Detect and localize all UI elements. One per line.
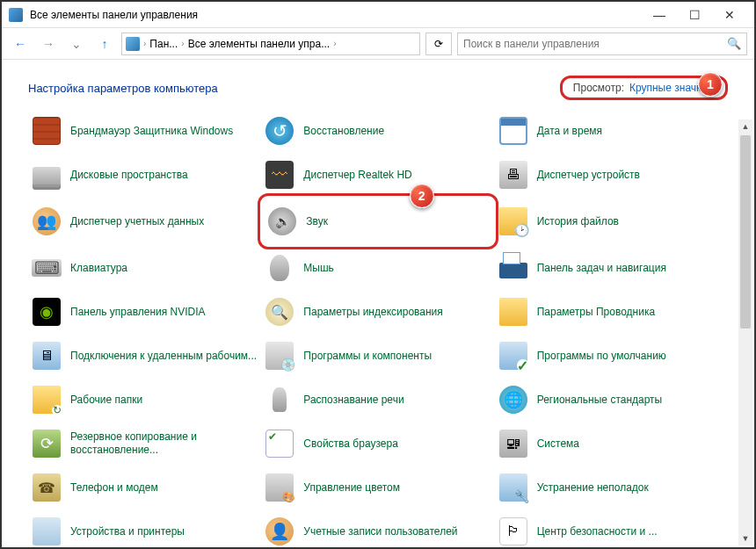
control-panel-item[interactable]: Диспетчер устройств bbox=[495, 153, 728, 197]
control-panel-item[interactable]: Распознавание речи bbox=[261, 378, 494, 422]
ic-firewall-icon bbox=[32, 116, 62, 146]
item-label: Телефон и модем bbox=[70, 481, 158, 495]
scroll-down-button[interactable]: ▼ bbox=[738, 531, 752, 545]
control-panel-item[interactable]: Система bbox=[495, 422, 728, 466]
ic-region-icon bbox=[498, 385, 528, 415]
control-panel-item[interactable]: Параметры Проводника bbox=[495, 290, 728, 334]
item-label: Система bbox=[537, 437, 579, 451]
control-panel-item[interactable]: Параметры индексирования bbox=[261, 290, 494, 334]
breadcrumb-seg2[interactable]: Все элементы панели упра... bbox=[188, 38, 331, 50]
breadcrumb-seg1[interactable]: Пан... bbox=[149, 38, 178, 50]
item-label: Диспетчер устройств bbox=[537, 169, 640, 182]
control-panel-item[interactable]: Телефон и модем bbox=[28, 466, 261, 509]
control-panel-item[interactable]: Брандмауэр Защитника Windows bbox=[28, 109, 261, 153]
control-panel-item[interactable]: Устранение неполадок bbox=[495, 466, 728, 509]
item-label: Брандмауэр Защитника Windows bbox=[70, 125, 233, 138]
scrollbar[interactable]: ▲ ▼ bbox=[738, 119, 752, 545]
recent-button[interactable]: ⌄ bbox=[65, 33, 88, 55]
control-panel-item[interactable]: Резервное копирование и восстановление..… bbox=[28, 422, 261, 466]
ic-explorer-icon bbox=[498, 297, 528, 327]
scroll-up-button[interactable]: ▲ bbox=[738, 119, 752, 134]
refresh-button[interactable]: ⟳ bbox=[425, 33, 452, 55]
control-panel-item[interactable]: Восстановление bbox=[261, 109, 494, 153]
ic-browser-icon bbox=[265, 429, 294, 459]
item-label: Устройства и принтеры bbox=[70, 525, 185, 538]
item-label: Дата и время bbox=[537, 125, 602, 138]
item-label: Параметры индексирования bbox=[303, 306, 442, 319]
items-grid: Брандмауэр Защитника WindowsВосстановлен… bbox=[2, 109, 754, 547]
control-panel-item[interactable]: Подключения к удаленным рабочим... bbox=[28, 334, 261, 378]
up-button[interactable]: ↑ bbox=[93, 33, 116, 55]
control-panel-item[interactable]: Мышь bbox=[261, 246, 494, 290]
sound-item-highlight: Звук2 bbox=[258, 193, 498, 249]
item-label: Учетные записи пользователей bbox=[303, 525, 457, 538]
ic-accounts-icon bbox=[265, 516, 294, 546]
item-label: Панель задач и навигация bbox=[537, 262, 666, 275]
control-panel-item[interactable]: Диспетчер Realtek HD bbox=[261, 153, 494, 197]
control-panel-item[interactable]: Панель задач и навигация bbox=[495, 246, 728, 290]
ic-speech-icon bbox=[265, 385, 294, 415]
item-label: Параметры Проводника bbox=[537, 306, 655, 319]
ic-generic-icon bbox=[32, 516, 62, 546]
control-panel-item[interactable]: Свойства браузера bbox=[261, 422, 494, 466]
item-label: Распознавание речи bbox=[303, 394, 403, 407]
forward-button[interactable]: → bbox=[37, 33, 60, 55]
control-panel-item[interactable]: Дисковые пространства bbox=[28, 153, 261, 197]
view-label: Просмотр: bbox=[573, 82, 624, 94]
item-label: Звук bbox=[306, 215, 328, 228]
control-panel-item[interactable]: Управление цветом bbox=[261, 466, 494, 509]
item-label: Устранение неполадок bbox=[537, 481, 649, 495]
control-panel-item[interactable]: Программы и компоненты bbox=[261, 334, 494, 378]
control-panel-item[interactable]: Устройства и принтеры bbox=[28, 509, 261, 547]
chevron-icon: › bbox=[181, 39, 184, 48]
app-icon bbox=[9, 8, 23, 22]
ic-disk-icon bbox=[32, 160, 62, 190]
control-panel-item[interactable]: История файлов bbox=[495, 197, 728, 246]
minimize-button[interactable]: — bbox=[642, 3, 677, 27]
maximize-button[interactable]: ☐ bbox=[677, 3, 712, 27]
control-panel-item[interactable]: Рабочие папки bbox=[28, 378, 261, 422]
chevron-icon: › bbox=[333, 39, 336, 48]
item-label: Свойства браузера bbox=[303, 437, 398, 451]
control-panel-item[interactable]: Программы по умолчанию bbox=[495, 334, 728, 378]
ic-users-icon bbox=[32, 206, 62, 236]
control-panel-item[interactable]: Центр безопасности и ... bbox=[495, 509, 728, 547]
ic-phone-icon bbox=[32, 473, 62, 502]
item-label: Программы и компоненты bbox=[303, 350, 432, 363]
control-panel-item[interactable]: Дата и время bbox=[495, 109, 728, 153]
ic-remote-icon bbox=[32, 341, 62, 371]
content-area: Настройка параметров компьютера Просмотр… bbox=[2, 60, 754, 547]
control-panel-item[interactable]: Учетные записи пользователей bbox=[261, 509, 494, 547]
control-panel-item[interactable]: Диспетчер учетных данных bbox=[28, 197, 261, 246]
chevron-icon: › bbox=[143, 39, 146, 48]
ic-history-icon bbox=[498, 206, 528, 236]
ic-mouse-icon bbox=[265, 253, 294, 283]
breadcrumb[interactable]: › Пан... › Все элементы панели упра... › bbox=[121, 33, 420, 55]
item-label: История файлов bbox=[537, 215, 619, 228]
item-label: Панель управления NVIDIA bbox=[70, 306, 206, 319]
close-button[interactable]: ✕ bbox=[712, 3, 747, 27]
cp-icon bbox=[126, 37, 140, 51]
ic-trouble-icon bbox=[498, 473, 528, 502]
callout-1: 1 bbox=[698, 72, 723, 97]
item-label: Мышь bbox=[303, 262, 334, 275]
ic-security-icon bbox=[498, 516, 528, 546]
ic-defaults-icon bbox=[498, 341, 528, 371]
control-panel-item[interactable]: Клавиатура bbox=[28, 246, 261, 290]
search-input[interactable] bbox=[463, 38, 727, 50]
control-panel-item[interactable]: Звук bbox=[264, 199, 491, 243]
back-button[interactable]: ← bbox=[9, 33, 32, 55]
scroll-thumb[interactable] bbox=[740, 135, 751, 329]
item-label: Восстановление bbox=[303, 125, 384, 138]
item-label: Центр безопасности и ... bbox=[537, 525, 658, 538]
ic-sound-icon bbox=[267, 206, 297, 236]
search-box[interactable]: 🔍 bbox=[457, 33, 747, 55]
ic-realtek-icon bbox=[265, 160, 294, 190]
search-icon[interactable]: 🔍 bbox=[727, 37, 741, 50]
control-panel-item[interactable]: Региональные стандарты bbox=[495, 378, 728, 422]
ic-taskbar-icon bbox=[498, 253, 528, 283]
control-panel-item[interactable]: Панель управления NVIDIA bbox=[28, 290, 261, 334]
ic-programs-icon bbox=[265, 341, 294, 371]
item-label: Программы по умолчанию bbox=[537, 350, 666, 363]
window-title: Все элементы панели управления bbox=[30, 9, 642, 21]
